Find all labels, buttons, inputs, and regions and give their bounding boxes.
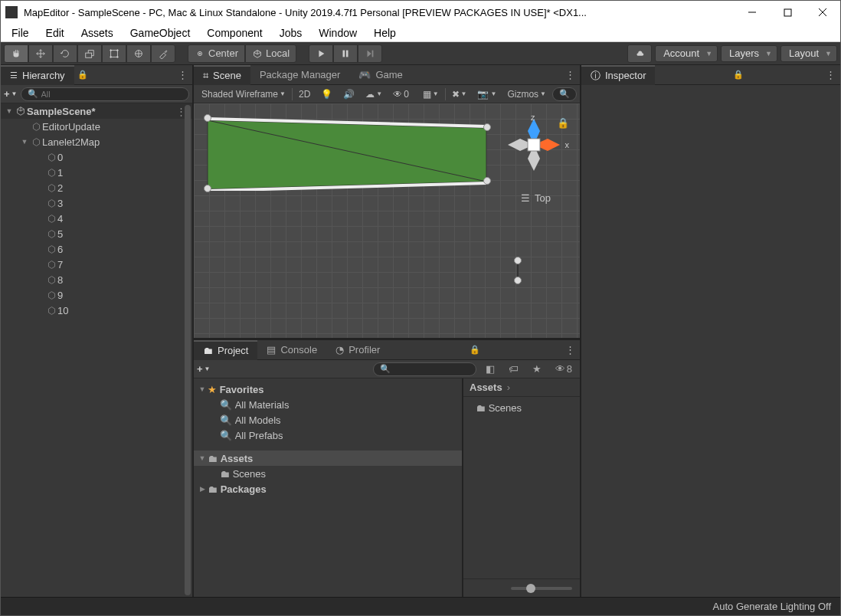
menu-assets[interactable]: Assets bbox=[74, 25, 121, 41]
scale-tool-button[interactable] bbox=[77, 44, 102, 63]
custom-tool-button[interactable] bbox=[151, 44, 175, 63]
hierarchy-tab[interactable]: ☰Hierarchy bbox=[1, 65, 74, 85]
panel-menu-icon[interactable]: ⋮ bbox=[561, 344, 580, 356]
lock-icon[interactable]: 🔒 bbox=[74, 70, 91, 80]
package-manager-tab[interactable]: Package Manager bbox=[250, 65, 350, 85]
packages-folder[interactable]: Packages bbox=[221, 483, 267, 495]
fav-item[interactable]: All Models bbox=[235, 414, 281, 426]
cube-icon bbox=[45, 304, 57, 316]
hand-tool-button[interactable] bbox=[4, 44, 28, 63]
step-button[interactable] bbox=[358, 44, 382, 63]
menu-edit[interactable]: Edit bbox=[38, 25, 72, 41]
hierarchy-item[interactable]: EditorUpdate bbox=[42, 121, 100, 133]
panel-menu-icon[interactable]: ⋮ bbox=[173, 69, 192, 80]
filter-label-icon[interactable]: 🏷 bbox=[504, 363, 523, 375]
audio-toggle[interactable]: 🔊 bbox=[339, 87, 359, 102]
pause-button[interactable] bbox=[333, 44, 358, 63]
pivot-local-button[interactable]: Local bbox=[245, 44, 296, 63]
hierarchy-item[interactable]: 0 bbox=[57, 152, 63, 163]
fav-item[interactable]: All Materials bbox=[235, 399, 290, 411]
menu-help[interactable]: Help bbox=[366, 25, 404, 41]
hierarchy-item[interactable]: 9 bbox=[57, 290, 63, 301]
hierarchy-item[interactable]: 10 bbox=[57, 305, 68, 316]
hierarchy-item[interactable]: 8 bbox=[57, 274, 63, 286]
panel-menu-icon[interactable]: ⋮ bbox=[561, 69, 580, 80]
cube-icon bbox=[45, 166, 57, 179]
cube-icon bbox=[45, 212, 57, 224]
hierarchy-item[interactable]: 7 bbox=[57, 259, 63, 270]
shading-mode-dropdown[interactable]: Shaded Wireframe▼ bbox=[197, 87, 290, 102]
game-tab[interactable]: 🎮Game bbox=[349, 65, 411, 85]
close-button[interactable] bbox=[805, 1, 840, 24]
camera-icon[interactable]: 📷▼ bbox=[473, 87, 501, 102]
pivot-center-button[interactable]: Center bbox=[188, 44, 245, 63]
filter-type-icon[interactable]: ◧ bbox=[481, 363, 499, 375]
favorite-icon[interactable]: ★ bbox=[528, 363, 546, 375]
orientation-gizmo[interactable]: z x bbox=[503, 114, 564, 175]
inspector-tab[interactable]: ⓘInspector bbox=[581, 65, 655, 85]
scenes-folder[interactable]: Scenes bbox=[233, 468, 266, 480]
status-text: Auto Generate Lighting Off bbox=[713, 601, 831, 612]
menu-window[interactable]: Window bbox=[311, 25, 365, 41]
scene-view[interactable]: z x 🔒 ☰Top bbox=[194, 103, 580, 338]
account-dropdown[interactable]: Account▼ bbox=[655, 45, 718, 62]
tools-icon[interactable]: ✖▼ bbox=[447, 87, 472, 102]
layers-dropdown[interactable]: Layers▼ bbox=[721, 45, 777, 62]
hidden-count[interactable]: 👁8 bbox=[551, 363, 577, 375]
maximize-button[interactable] bbox=[770, 1, 805, 24]
menu-gameobject[interactable]: GameObject bbox=[123, 25, 198, 41]
scrollbar[interactable] bbox=[185, 105, 191, 595]
fx-toggle[interactable]: ☁▼ bbox=[361, 87, 387, 102]
layout-dropdown[interactable]: Layout▼ bbox=[780, 45, 837, 62]
lock-icon[interactable]: 🔒 bbox=[730, 70, 747, 80]
hierarchy-item[interactable]: Lanelet2Map bbox=[42, 136, 100, 148]
rotate-tool-button[interactable] bbox=[53, 44, 77, 63]
cloud-button[interactable] bbox=[627, 44, 652, 63]
rect-tool-button[interactable] bbox=[102, 44, 126, 63]
play-button[interactable] bbox=[309, 44, 333, 63]
scene-tab[interactable]: ⌗Scene bbox=[194, 65, 250, 85]
gizmos-dropdown[interactable]: Gizmos▼ bbox=[502, 87, 551, 102]
assets-folder[interactable]: Assets bbox=[221, 453, 254, 464]
create-dropdown[interactable]: +▼ bbox=[4, 88, 18, 100]
scene-name[interactable]: SampleScene* bbox=[27, 106, 96, 117]
2d-toggle[interactable]: 2D bbox=[294, 87, 315, 102]
hierarchy-search[interactable]: 🔍 bbox=[21, 87, 189, 101]
hierarchy-item[interactable]: 2 bbox=[57, 182, 63, 194]
move-tool-button[interactable] bbox=[28, 44, 53, 63]
fav-item[interactable]: All Prefabs bbox=[235, 430, 283, 441]
asset-item[interactable]: Scenes bbox=[489, 402, 522, 414]
panel-menu-icon[interactable]: ⋮ bbox=[821, 69, 840, 80]
favorites-label[interactable]: Favorites bbox=[220, 384, 264, 395]
project-tab[interactable]: 🖿Project bbox=[194, 340, 257, 360]
hierarchy-item[interactable]: 5 bbox=[57, 228, 63, 240]
breadcrumb[interactable]: Assets bbox=[470, 382, 502, 393]
lanelet-mesh[interactable] bbox=[201, 114, 492, 191]
scene-search[interactable]: 🔍 bbox=[552, 87, 577, 101]
transform-tool-button[interactable] bbox=[126, 44, 151, 63]
stray-handles[interactable] bbox=[514, 257, 522, 284]
menu-file[interactable]: File bbox=[4, 25, 37, 41]
console-tab[interactable]: ▤Console bbox=[257, 340, 326, 360]
cube-icon bbox=[45, 258, 57, 270]
project-search[interactable]: 🔍 bbox=[373, 362, 476, 376]
hierarchy-item[interactable]: 3 bbox=[57, 198, 63, 209]
profiler-tab[interactable]: ◔Profiler bbox=[326, 340, 389, 360]
project-tab-header: 🖿Project ▤Console ◔Profiler 🔒 ⋮ bbox=[194, 340, 580, 360]
lighting-toggle[interactable]: 💡 bbox=[316, 87, 337, 102]
lock-icon[interactable]: 🔒 bbox=[466, 345, 483, 355]
hierarchy-item[interactable]: 1 bbox=[57, 167, 63, 179]
hierarchy-item[interactable]: 4 bbox=[57, 213, 63, 224]
view-label: ☰Top bbox=[521, 192, 551, 204]
minimize-button[interactable] bbox=[735, 1, 770, 24]
lock-icon[interactable]: 🔒 bbox=[557, 117, 569, 129]
thumbnail-size-slider[interactable] bbox=[511, 587, 572, 590]
info-icon: ⓘ bbox=[591, 69, 600, 83]
menu-jobs[interactable]: Jobs bbox=[272, 25, 310, 41]
grid-toggle[interactable]: ▦▼ bbox=[418, 87, 443, 102]
hierarchy-item[interactable]: 6 bbox=[57, 244, 63, 255]
hidden-objects[interactable]: 👁0 bbox=[388, 87, 414, 102]
cube-icon bbox=[45, 197, 57, 209]
create-dropdown[interactable]: +▼ bbox=[197, 363, 211, 375]
menu-component[interactable]: Component bbox=[199, 25, 270, 41]
